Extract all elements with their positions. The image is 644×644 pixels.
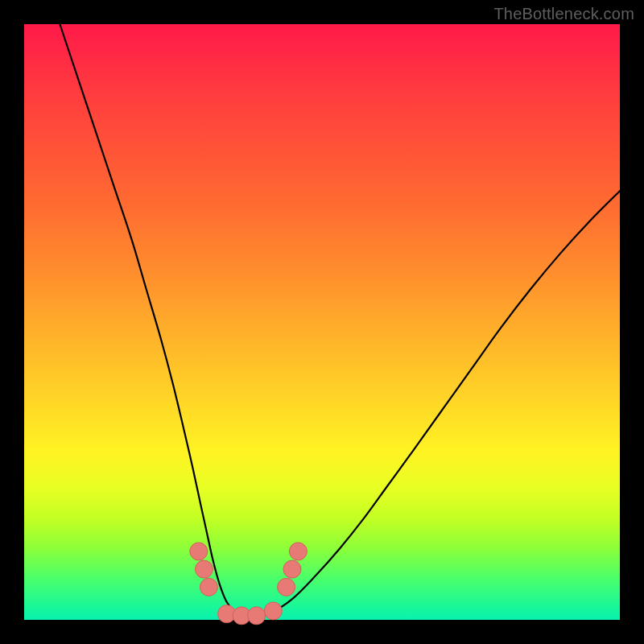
curve-layer xyxy=(24,24,620,620)
watermark-text: TheBottleneck.com xyxy=(493,5,634,23)
plot-area xyxy=(24,24,620,620)
curve-marker xyxy=(278,578,295,596)
chart-frame: TheBottleneck.com xyxy=(0,0,644,644)
curve-markers xyxy=(190,543,308,625)
curve-marker xyxy=(289,543,307,560)
bottleneck-curve xyxy=(60,24,620,618)
curve-marker xyxy=(195,560,213,578)
curve-marker xyxy=(200,578,217,596)
curve-marker xyxy=(264,602,282,620)
curve-marker xyxy=(248,607,266,625)
curve-marker xyxy=(190,543,208,560)
curve-marker xyxy=(283,560,301,578)
